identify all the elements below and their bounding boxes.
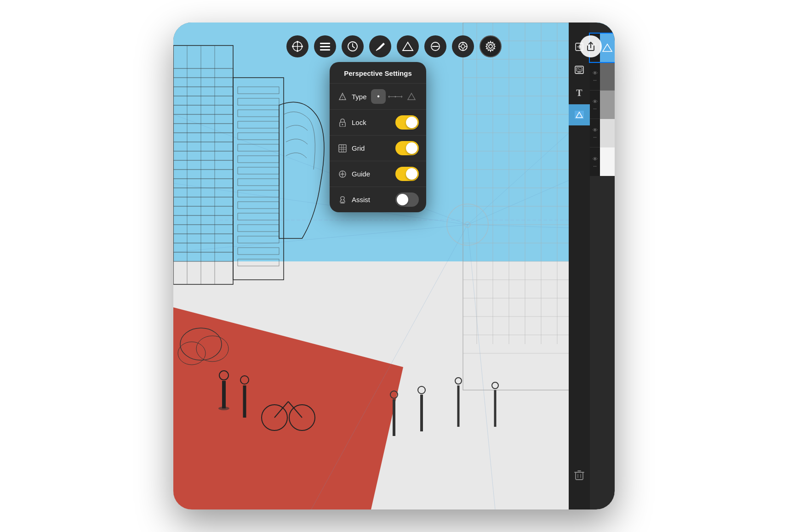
device-frame: Perspective Settings Type • ⟵•⟶ (173, 23, 615, 509)
lock-icon (337, 117, 348, 128)
guide-icon (337, 169, 348, 180)
right-panel: T (569, 23, 615, 509)
layer-4-visibility[interactable]: 👁 (593, 127, 598, 133)
delete-layer-button[interactable] (569, 464, 590, 487)
hatching-tool-button[interactable] (314, 35, 336, 57)
svg-rect-101 (320, 46, 330, 47)
layer-2-controls: 👁 ••• (590, 62, 600, 90)
perspective-settings-popup: Perspective Settings Type • ⟵•⟶ (330, 62, 426, 212)
layer-3-thumbnail (600, 91, 615, 119)
svg-point-98 (292, 45, 294, 47)
assist-label: Assist (352, 196, 395, 204)
assist-icon (337, 194, 348, 205)
svg-rect-121 (339, 145, 346, 152)
layer-3-visibility[interactable]: 👁 (593, 99, 598, 104)
layer-3-controls: 👁 ••• (590, 91, 600, 119)
type-one-point-button[interactable]: • (371, 89, 386, 104)
layers-tool-button[interactable] (452, 35, 474, 57)
reference-layer-button[interactable] (569, 58, 590, 81)
svg-point-115 (489, 45, 492, 48)
settings-tool-button[interactable] (480, 35, 502, 57)
layer-5-visibility[interactable]: 👁 (593, 156, 598, 162)
layer-3-options[interactable]: ••• (593, 107, 596, 110)
popup-header: Perspective Settings (330, 62, 426, 84)
layer-item-2[interactable]: 👁 ••• (590, 62, 615, 91)
perspective-layer-button[interactable] (569, 104, 590, 125)
svg-line-105 (353, 46, 354, 48)
pen-tool-button[interactable] (369, 35, 391, 57)
svg-rect-100 (320, 43, 330, 44)
assist-row: Assist (330, 187, 426, 212)
layer-5-controls: 👁 ••• (590, 147, 600, 176)
type-icon (337, 91, 348, 102)
grid-toggle[interactable] (395, 141, 419, 155)
lock-toggle[interactable] (395, 115, 419, 130)
grid-label: Grid (352, 144, 395, 152)
share-button[interactable] (580, 35, 602, 57)
popup-title: Perspective Settings (344, 69, 412, 77)
svg-rect-140 (576, 472, 583, 480)
transform-tool-button[interactable] (286, 35, 308, 57)
eraser-tool-button[interactable] (424, 35, 446, 57)
layer-5-options[interactable]: ••• (593, 164, 596, 168)
layer-item-5[interactable]: 👁 ••• (590, 147, 615, 176)
svg-point-97 (297, 50, 298, 52)
svg-rect-102 (320, 49, 330, 51)
layer-tools-column: T (569, 23, 590, 509)
layer-4-options[interactable]: ••• (593, 136, 596, 139)
guide-label: Guide (352, 170, 395, 178)
text-layer-button[interactable]: T (569, 81, 590, 104)
svg-marker-106 (403, 42, 413, 51)
type-two-point-button[interactable]: ⟵•⟶ (388, 89, 402, 104)
svg-point-120 (342, 124, 343, 125)
lock-label: Lock (352, 119, 395, 126)
layer-2-thumbnail (600, 62, 615, 91)
svg-marker-118 (408, 93, 415, 100)
clock-tool-button[interactable] (342, 35, 364, 57)
guide-row: Guide (330, 161, 426, 187)
toolbar (173, 35, 615, 57)
grid-row: Grid (330, 136, 426, 161)
layer-2-options[interactable]: ••• (593, 79, 596, 82)
layer-5-thumbnail (600, 147, 615, 176)
svg-point-110 (461, 45, 465, 48)
assist-toggle[interactable] (395, 192, 419, 207)
layer-item-4[interactable]: 👁 ••• (590, 119, 615, 147)
svg-point-99 (301, 45, 303, 47)
triangle-tool-button[interactable] (397, 35, 419, 57)
type-selector: • ⟵•⟶ (371, 89, 419, 104)
layer-item-3[interactable]: 👁 ••• (590, 91, 615, 119)
layer-2-visibility[interactable]: 👁 (593, 70, 598, 76)
layer-4-thumbnail (600, 119, 615, 147)
type-row: Type • ⟵•⟶ (330, 84, 426, 110)
svg-marker-116 (339, 93, 346, 100)
layer-thumbnails-column: 👁 ••• 👁 ••• 👁 (590, 23, 615, 509)
layer-4-controls: 👁 ••• (590, 119, 600, 147)
type-label: Type (352, 93, 371, 101)
grid-icon (337, 143, 348, 154)
lock-row: Lock (330, 110, 426, 136)
svg-point-96 (297, 41, 298, 43)
guide-toggle[interactable] (395, 167, 419, 181)
type-three-point-button[interactable] (404, 89, 419, 104)
